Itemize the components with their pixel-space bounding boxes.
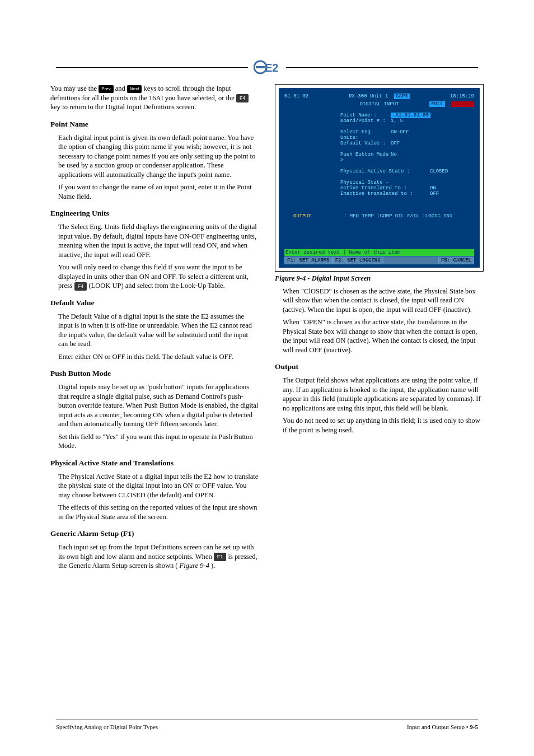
footer-right: Input and Output Setup • 9-5 — [407, 724, 478, 730]
f2-set-logging[interactable]: F2: SET LOGGING — [332, 256, 383, 264]
heading-output: Output — [275, 362, 484, 371]
term-value: CLOSED — [430, 169, 448, 174]
next-key-icon: Next — [127, 85, 142, 93]
paragraph: Enter either ON or OFF in this field. Th… — [58, 352, 259, 362]
term-value: OFF — [391, 141, 400, 146]
heading-push-button: Push Button Mode — [50, 369, 259, 378]
caption-text: - Digital Input Screen — [306, 274, 371, 282]
heading-point-name: Point Name — [50, 120, 259, 129]
term-value: No — [391, 152, 397, 163]
f4-key-icon: F4 — [236, 94, 249, 102]
paragraph: You do not need to set up anything in th… — [283, 416, 484, 435]
caption-number: Figure 9-4 — [275, 274, 306, 282]
heading-physical-active: Physical Active State and Translations — [50, 459, 259, 468]
term-label: Active translated to : — [284, 185, 430, 191]
footer-section: Input and Output Setup • — [407, 724, 470, 730]
figure-caption: Figure 9-4 - Digital Input Screen — [275, 274, 484, 283]
paragraph: When "ClOSED" is chosen as the active st… — [283, 287, 484, 315]
term-value: .A1.01.01.05 — [391, 113, 430, 118]
term-title: DIGITAL INPUT — [279, 101, 480, 107]
paragraph: Each input set up from the Input Definit… — [58, 543, 259, 571]
paragraph: The Physical Active State of a digital i… — [58, 472, 259, 500]
term-label: Push Button Mode > — [284, 152, 391, 163]
term-unit: RX-300 Unit 1 — [349, 94, 388, 99]
fnkey-spacer — [383, 256, 438, 264]
term-value: ON — [430, 185, 436, 191]
footer-left: Specifying Analog or Digital Point Types — [56, 724, 158, 730]
term-value: ON-OFF — [391, 129, 409, 141]
svg-text:E2: E2 — [265, 62, 278, 74]
terminal-figure: 01-01-02 RX-300 Unit 1 CAPS 18:15:19 DIG… — [275, 84, 484, 272]
f1-set-alarms[interactable]: F1: SET ALARMS — [284, 256, 332, 264]
hint-line: Enter desired text | Name of this item — [284, 249, 474, 256]
right-column: 01-01-02 RX-300 Unit 1 CAPS 18:15:19 DIG… — [275, 84, 484, 574]
paragraph: The effects of this setting on the repor… — [58, 503, 259, 521]
output-value: : MED TEMP :COMP OIL FAIL :LOGIC IN1 — [344, 213, 452, 219]
term-label: Select Eng. Units: — [284, 129, 391, 141]
f4-key-icon: F4 — [74, 282, 87, 291]
term-value: 1, 5 — [391, 118, 403, 124]
page-footer: Specifying Analog or Digital Point Types… — [56, 720, 478, 730]
paragraph: The Default Value of a digital input is … — [58, 312, 259, 349]
text: (LOOK UP) and select from the Look-Up Ta… — [88, 282, 224, 290]
left-column: You may use the Prev and Next keys to sc… — [50, 84, 259, 574]
text: key to return to the Digital Input Defin… — [50, 103, 196, 111]
paragraph: Digital inputs may be set up as "push bu… — [58, 382, 259, 429]
paragraph: You will only need to change this field … — [58, 263, 259, 291]
term-label: Point Name : — [284, 113, 391, 118]
paragraph: You may use the Prev and Next keys to sc… — [50, 84, 259, 112]
f1-key-icon: F1 — [214, 553, 227, 561]
paragraph: Set this field to "Yes" if you want this… — [58, 432, 259, 451]
paragraph: When "OPEN" is chosen as the active stat… — [283, 318, 484, 354]
paragraph: Each digital input point is given its ow… — [58, 133, 259, 180]
header-logo: E2 — [248, 59, 286, 77]
prev-key-icon: Prev — [99, 85, 113, 93]
figure-ref: Figure 9-4 — [180, 562, 209, 570]
page-number: 9-5 — [470, 724, 478, 730]
text: ). — [211, 562, 215, 570]
text: and — [115, 85, 127, 92]
term-value: OFF — [430, 191, 439, 197]
heading-default-value: Default Value — [50, 298, 259, 307]
term-label: Default Value : — [284, 141, 391, 146]
term-label: Physical State - — [284, 180, 391, 185]
paragraph: The Select Eng. Units field displays the… — [58, 222, 259, 259]
term-label: Inactive translated to : — [284, 191, 430, 197]
heading-generic-alarm: Generic Alarm Setup (F1) — [50, 529, 259, 538]
term-label: Physical Active State : — [284, 169, 430, 174]
term-label: Board/Point # : — [284, 118, 391, 124]
f5-cancel[interactable]: F5: CANCEL — [438, 256, 474, 264]
output-label: OUTPUT — [293, 213, 344, 219]
terminal-screen: 01-01-02 RX-300 Unit 1 CAPS 18:15:19 DIG… — [279, 88, 480, 268]
paragraph: The Output field shows what applications… — [283, 376, 484, 413]
caps-badge: CAPS — [394, 94, 410, 99]
text: You may use the — [50, 85, 99, 92]
paragraph: If you want to change the name of an inp… — [58, 183, 259, 201]
heading-eng-units: Engineering Units — [50, 209, 259, 218]
svg-rect-1 — [256, 66, 265, 68]
